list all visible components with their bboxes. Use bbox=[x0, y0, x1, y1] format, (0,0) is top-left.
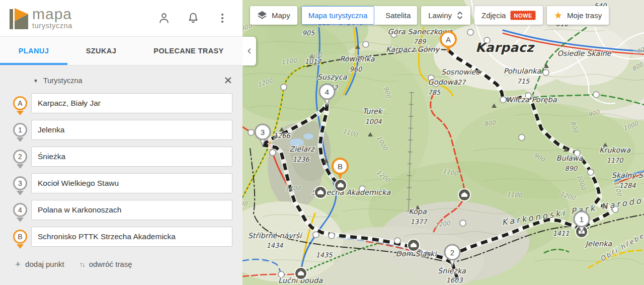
trail-waypoint-dot bbox=[281, 84, 287, 90]
photos-button[interactable]: Zdjęcia NOWE bbox=[474, 6, 543, 25]
tab-szukaj[interactable]: SZUKAJ bbox=[67, 37, 135, 65]
svg-text:4: 4 bbox=[325, 88, 329, 96]
sidebar-header: mapa turystyczna bbox=[0, 0, 243, 36]
brand-logo-icon bbox=[7, 7, 28, 30]
map-label: 1603 bbox=[446, 276, 463, 284]
trail-waypoint-dot bbox=[363, 41, 369, 47]
map-label: Skalny Stół bbox=[612, 171, 644, 180]
route-pin-label: 3 bbox=[18, 179, 22, 187]
sidebar-tabs: PLANUJ SZUKAJ POLECANE TRASY bbox=[0, 36, 243, 65]
my-routes-button[interactable]: ★ Moje trasy bbox=[547, 6, 609, 25]
route-pin-a[interactable]: A bbox=[13, 96, 27, 110]
map-label: Osiedle Skalne bbox=[557, 49, 611, 57]
sidebar: mapa turystyczna bbox=[0, 0, 243, 285]
route-pin-1[interactable]: 1 bbox=[13, 123, 27, 137]
mountain-hut-icon bbox=[335, 179, 347, 191]
route-pin-label: 1 bbox=[18, 126, 22, 134]
map-label: Karpacz bbox=[475, 40, 535, 55]
route-point-row-3: 3 bbox=[0, 173, 243, 193]
add-point-button[interactable]: + dodaj punkt bbox=[15, 259, 64, 269]
route-point-input-3[interactable] bbox=[31, 173, 232, 193]
map-label: Kopa bbox=[409, 207, 427, 216]
route-point-input-4[interactable] bbox=[31, 200, 232, 220]
route-pin-label: A bbox=[18, 99, 22, 107]
map-label: 905 bbox=[302, 29, 315, 37]
layer-switcher: Mapa turystyczna Satelita bbox=[301, 6, 418, 25]
my-routes-label: Moje trasy bbox=[567, 11, 602, 20]
map-label: Karpacz Górny bbox=[386, 45, 440, 54]
svg-text:B: B bbox=[338, 162, 343, 171]
map-label: 1100 bbox=[507, 191, 523, 199]
trail-waypoint-dot bbox=[329, 233, 335, 239]
route-point-row-2: 2 bbox=[0, 147, 243, 167]
route-point-row-1: 1 bbox=[0, 120, 243, 140]
layers-icon bbox=[257, 11, 267, 21]
map-label: 1170 bbox=[606, 157, 624, 164]
map-label: 1400 bbox=[243, 200, 248, 207]
brand-logo[interactable]: mapa turystyczna bbox=[7, 7, 72, 30]
photos-label: Zdjęcia bbox=[481, 11, 506, 20]
route-pin-4[interactable]: 4 bbox=[13, 203, 27, 217]
map-label: Turek bbox=[363, 107, 383, 115]
route-point-input-1[interactable] bbox=[31, 120, 232, 140]
map-label: 890 bbox=[565, 165, 579, 172]
close-icon[interactable]: ✕ bbox=[220, 75, 235, 87]
svg-text:1: 1 bbox=[580, 215, 584, 224]
chevron-left-icon: ‹ bbox=[248, 43, 252, 57]
brand-subname: turystyczna bbox=[32, 22, 72, 30]
route-point-row-4: 4 bbox=[0, 200, 243, 220]
route-pin-b[interactable]: B bbox=[13, 230, 27, 244]
collapse-sidebar-button[interactable]: ‹ bbox=[243, 37, 256, 65]
mountain-hut-icon bbox=[295, 267, 307, 279]
add-point-label: dodaj punkt bbox=[25, 260, 64, 268]
map-label: 1266 bbox=[273, 132, 291, 139]
map-label: Zielarz bbox=[289, 145, 315, 153]
map-label: Suszyca bbox=[317, 73, 348, 82]
account-icon[interactable] bbox=[157, 11, 171, 25]
trail-waypoint-dot bbox=[248, 129, 254, 135]
trail-waypoint-dot bbox=[519, 134, 525, 140]
map-label: Rówienka bbox=[340, 55, 375, 63]
route-point-input-2[interactable] bbox=[31, 147, 232, 167]
map-label: 785 bbox=[428, 89, 441, 96]
map-label: 960 bbox=[350, 65, 363, 73]
route-pin-label: 2 bbox=[18, 153, 22, 161]
avalanches-button[interactable]: Lawiny bbox=[421, 6, 470, 25]
trail-waypoint-dot bbox=[593, 92, 599, 98]
map-label: Sosnowiec bbox=[441, 68, 480, 76]
map-label: 789 bbox=[414, 38, 427, 45]
new-badge: NOWE bbox=[510, 11, 536, 20]
swap-arrows-icon: ↑↓ bbox=[79, 261, 85, 268]
route-pin-label: B bbox=[18, 233, 22, 241]
tab-polecane-trasy[interactable]: POLECANE TRASY bbox=[135, 37, 243, 65]
layer-satellite-button[interactable]: Satelita bbox=[379, 6, 417, 25]
map-label: 1411 bbox=[552, 230, 569, 237]
maps-menu-button[interactable]: Mapy bbox=[250, 6, 297, 25]
trail-waypoint-dot bbox=[313, 232, 319, 238]
notifications-bell-icon[interactable] bbox=[186, 11, 200, 25]
kebab-menu-icon[interactable] bbox=[215, 11, 229, 25]
brand-logo-text: mapa turystyczna bbox=[32, 7, 72, 30]
route-point-input-a[interactable] bbox=[31, 93, 232, 113]
profile-label[interactable]: Turystyczna bbox=[43, 77, 83, 85]
map[interactable]: Czarna Góra905Góra Saneczkowa789Karpacz … bbox=[243, 0, 644, 285]
trail-waypoint-dot bbox=[543, 69, 549, 76]
map-label: Śnieżka bbox=[438, 266, 466, 275]
route-pin-2[interactable]: 2 bbox=[13, 150, 27, 164]
route-point-input-b[interactable] bbox=[31, 227, 232, 247]
tab-planuj[interactable]: PLANUJ bbox=[0, 37, 67, 65]
map-toolbar: Mapy Mapa turystyczna Satelita Lawiny Zd… bbox=[250, 6, 609, 25]
map-label: Stříbrné návrší bbox=[248, 232, 304, 240]
mountain-hut-icon bbox=[408, 239, 420, 251]
map-label: 715 bbox=[517, 78, 530, 85]
reverse-route-button[interactable]: ↑↓ odwróć trasę bbox=[79, 260, 132, 268]
map-label: Jelenka bbox=[585, 240, 612, 248]
plus-icon: + bbox=[15, 259, 21, 269]
map-label: Pohulanka bbox=[504, 67, 542, 75]
profile-row: ▼ Turystyczna ✕ bbox=[0, 73, 243, 88]
route-point-row-b: B bbox=[0, 227, 243, 247]
trail-waypoint-dot bbox=[394, 238, 400, 244]
caret-down-icon[interactable]: ▼ bbox=[33, 78, 38, 84]
route-pin-3[interactable]: 3 bbox=[13, 176, 27, 190]
layer-tourist-button[interactable]: Mapa turystyczna bbox=[301, 6, 375, 25]
